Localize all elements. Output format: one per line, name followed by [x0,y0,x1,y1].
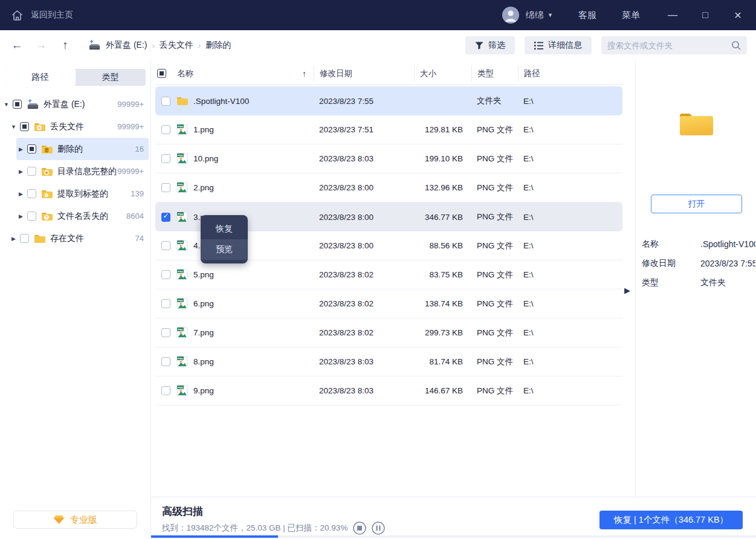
checkbox[interactable] [161,357,170,366]
expand-arrow-icon[interactable]: ▶ [16,169,25,175]
up-button[interactable]: ↑ [58,39,73,52]
column-header-路径[interactable]: 路径 [518,66,622,82]
sidebar-item-提取到标签的[interactable]: ▶提取到标签的139 [16,182,149,205]
search-icon[interactable] [731,40,741,50]
open-button[interactable]: 打开 [651,195,742,213]
checkbox[interactable] [27,189,36,198]
sidebar-item-目录信息完整的[interactable]: ▶目录信息完整的99999+ [16,160,149,182]
context-menu-item-预览[interactable]: 预览 [201,239,248,260]
checkbox[interactable] [20,122,29,131]
statusbar: 高级扫描 找到：193482个文件，25.03 GB | 已扫描：20.93% … [151,497,756,539]
user-menu[interactable]: 绵绵 ▼ [526,10,553,21]
sidebar-item-删除的[interactable]: ▶删除的16 [16,138,149,160]
table-row[interactable]: .Spotlight-V1002023/8/23 7:55文件夹E:\ [155,86,622,115]
home-button[interactable]: 返回到主页 [0,9,73,22]
table-row[interactable]: PNG5.png2023/8/23 8:0283.75 KBPNG 文件E:\ [155,260,622,289]
column-header-修改日期[interactable]: 修改日期 [314,66,414,82]
drive-icon [27,99,39,110]
forward-button[interactable]: → [34,39,48,52]
item-count: 74 [135,234,149,243]
table-row[interactable]: PNG6.png2023/8/23 8:02138.74 KBPNG 文件E:\ [155,289,622,318]
close-button[interactable]: ✕ [732,10,744,21]
pause-button[interactable] [372,521,385,535]
table-row[interactable]: PNG2.png2023/8/23 8:00132.96 KBPNG 文件E:\ [155,173,622,202]
file-type: PNG 文件 [471,124,518,135]
checkbox[interactable] [161,299,170,308]
minimize-button[interactable]: — [667,10,679,21]
table-row[interactable]: PNG9.png2023/8/23 8:03146.67 KBPNG 文件E:\ [155,376,622,405]
table-row[interactable]: PNG7.png2023/8/23 8:02299.73 KBPNG 文件E:\ [155,318,622,347]
table-row[interactable]: PNG8.png2023/8/23 8:0381.74 KBPNG 文件E:\ [155,347,622,376]
preview-folder-icon [678,110,715,139]
stop-button[interactable] [353,521,366,535]
checkbox[interactable] [27,144,36,153]
file-date: 2023/8/23 8:00 [314,183,414,192]
collapse-arrow-icon[interactable]: ▼ [9,124,18,130]
file-type: PNG 文件 [471,153,518,164]
checkbox[interactable] [161,213,170,222]
collapse-arrow-icon[interactable]: ▼ [2,102,11,108]
expand-arrow-icon[interactable]: ▶ [16,191,25,197]
avatar[interactable] [502,6,520,24]
tab-路径[interactable]: 路径 [5,69,76,86]
list-icon [534,42,543,50]
checkbox[interactable] [27,211,36,221]
expand-arrow-icon[interactable]: ▶ [9,236,18,242]
folder-tree: ▼外置盘 (E:)99999+▼丢失文件99999+▶删除的16▶目录信息完整的… [0,93,150,250]
breadcrumb-item[interactable]: 删除的 [205,40,231,51]
checkbox[interactable] [13,100,22,109]
file-type: PNG 文件 [471,240,518,251]
checkbox[interactable] [161,183,170,192]
sidebar-item-丢失文件[interactable]: ▼丢失文件99999+ [9,115,149,138]
tab-类型[interactable]: 类型 [76,69,146,86]
pro-version-button[interactable]: 专业版 [13,511,137,529]
checkbox[interactable] [161,241,170,250]
recover-button[interactable]: 恢复 | 1个文件（346.77 KB） [599,511,743,529]
file-path: E:\ [518,270,622,279]
search-box[interactable] [601,36,747,54]
checkbox[interactable] [27,167,36,176]
collapse-panel-arrow[interactable]: ▶ [624,286,630,295]
context-menu-item-恢复[interactable]: 恢复 [201,219,248,239]
table-row[interactable]: PNG10.png2023/8/23 8:03199.10 KBPNG 文件E:… [155,144,622,173]
checkbox[interactable] [20,234,29,243]
search-input[interactable] [607,41,731,50]
file-name-cell: PNG2.png [155,182,314,193]
breadcrumb-item[interactable]: 丢失文件 [160,40,193,51]
sidebar-item-存在文件[interactable]: ▶存在文件74 [9,227,149,250]
item-count: 99999+ [117,122,149,131]
maximize-button[interactable]: □ [699,10,711,21]
select-all-checkbox[interactable] [157,69,166,78]
sidebar-item-外置盘 (E:)[interactable]: ▼外置盘 (E:)99999+ [2,93,149,115]
context-menu: 恢复预览 [201,215,248,263]
checkbox[interactable] [161,328,170,337]
checkbox[interactable] [161,125,170,134]
table-row[interactable]: PNG1.png2023/8/23 7:51129.81 KBPNG 文件E:\ [155,115,622,144]
expand-arrow-icon[interactable]: ▶ [16,213,25,219]
checkbox[interactable] [161,386,170,395]
details-button[interactable]: 详细信息 [525,36,592,54]
titlebar-right: 绵绵 ▼ 客服 菜单 — □ ✕ [502,6,756,24]
file-date: 2023/8/23 7:55 [314,97,414,106]
file-date: 2023/8/23 8:00 [314,241,414,250]
column-header-名称[interactable]: 名称↑ [155,66,314,82]
checkbox[interactable] [161,154,170,163]
menu-link[interactable]: 菜单 [622,10,640,21]
sort-ascending-icon[interactable]: ↑ [302,66,306,82]
breadcrumb-item[interactable]: 外置盘 (E:) [88,40,147,51]
back-button[interactable]: ← [10,39,24,52]
item-count: 8604 [126,211,149,221]
checkbox[interactable] [161,97,170,106]
expand-arrow-icon[interactable]: ▶ [16,146,25,152]
checkbox[interactable] [161,270,170,279]
drive-icon [88,40,101,51]
filter-button[interactable]: 筛选 [465,36,515,54]
column-header-类型[interactable]: 类型 [471,66,518,82]
support-link[interactable]: 客服 [578,10,596,21]
column-header-大小[interactable]: 大小 [414,66,471,82]
sidebar-item-文件名丢失的[interactable]: ▶?文件名丢失的8604 [16,205,149,227]
file-name: 2.png [193,183,214,192]
file-path: E:\ [518,183,622,192]
svg-text:PNG: PNG [178,270,184,273]
preview-field-value: 文件夹 [700,277,726,288]
